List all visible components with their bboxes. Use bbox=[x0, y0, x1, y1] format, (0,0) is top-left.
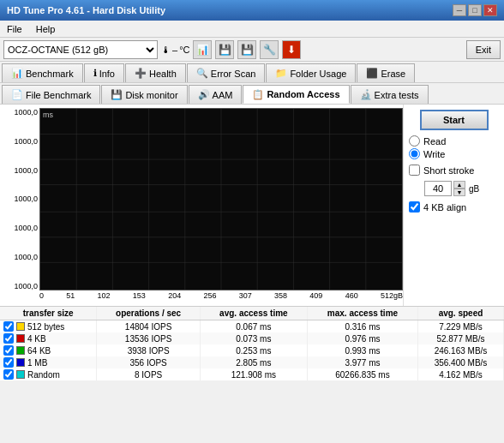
tab-benchmark[interactable]: 📊 Benchmark bbox=[2, 63, 83, 82]
write-radio[interactable] bbox=[409, 148, 420, 159]
row-random-speed: 4.162 MB/s bbox=[417, 368, 503, 380]
row-4kb-checkbox[interactable] bbox=[3, 333, 14, 344]
tab-erase[interactable]: ⬛ Erase bbox=[357, 63, 415, 82]
y-label-2: 1000,0 bbox=[14, 166, 38, 175]
chart-grid bbox=[40, 109, 402, 290]
row-4kb-label: 4 KB bbox=[0, 332, 97, 344]
tab-folder-usage[interactable]: 📁 Folder Usage bbox=[266, 63, 356, 82]
y-label-6: 1000,0 bbox=[14, 282, 38, 290]
row-random-color bbox=[16, 370, 25, 379]
col-avg-speed: avg. speed bbox=[417, 307, 503, 320]
x-label-1: 51 bbox=[66, 291, 75, 300]
row-4kb-speed: 52.877 MB/s bbox=[417, 332, 503, 344]
x-label-9: 460 bbox=[345, 291, 358, 300]
maximize-button[interactable]: □ bbox=[468, 4, 482, 16]
write-radio-label[interactable]: Write bbox=[409, 148, 499, 159]
row-random-avg: 121.908 ms bbox=[200, 368, 307, 380]
x-axis: 0 51 102 153 204 256 307 358 409 460 512… bbox=[39, 290, 403, 300]
stroke-input-group: ▲ ▼ gB bbox=[424, 181, 499, 196]
stroke-unit: gB bbox=[469, 184, 479, 194]
close-button[interactable]: ✕ bbox=[483, 4, 497, 16]
table-row: 64 KB 3938 IOPS 0.253 ms 0.993 ms 246.16… bbox=[0, 344, 504, 356]
icon-btn-2[interactable]: 💾 bbox=[215, 40, 234, 59]
menu-file[interactable]: File bbox=[3, 23, 26, 35]
start-button[interactable]: Start bbox=[420, 110, 489, 130]
short-stroke-text: Short stroke bbox=[423, 165, 474, 176]
random-access-icon: 📋 bbox=[252, 89, 264, 100]
icon-btn-1[interactable]: 📊 bbox=[193, 40, 212, 59]
row-64kb-label: 64 KB bbox=[0, 344, 97, 356]
tab-random-access[interactable]: 📋 Random Access bbox=[243, 85, 349, 104]
exit-button[interactable]: Exit bbox=[466, 40, 501, 59]
icon-btn-4[interactable]: 🔧 bbox=[260, 40, 279, 59]
x-label-3: 153 bbox=[133, 291, 146, 300]
row-1mb-avg: 2.805 ms bbox=[200, 356, 307, 368]
x-label-7: 358 bbox=[274, 291, 287, 300]
benchmark-icon: 📊 bbox=[11, 68, 23, 79]
read-radio[interactable] bbox=[409, 135, 420, 147]
x-label-10: 512gB bbox=[381, 291, 403, 300]
row-1mb-speed: 356.400 MB/s bbox=[417, 356, 503, 368]
tab-health[interactable]: ➕ Health bbox=[125, 63, 186, 82]
row-random-label: Random bbox=[0, 368, 97, 380]
app-title: HD Tune Pro 4.61 - Hard Disk Utility bbox=[7, 5, 165, 15]
y-label-5: 1000,0 bbox=[14, 253, 38, 261]
row-512b-avg: 0.067 ms bbox=[200, 320, 307, 333]
drive-selector[interactable]: OCZ-OCTANE (512 gB) bbox=[3, 40, 158, 59]
align-checkbox[interactable] bbox=[409, 201, 420, 213]
align-label[interactable]: 4 KB align bbox=[409, 201, 499, 213]
tab-extra-tests[interactable]: 🔬 Extra tests bbox=[351, 85, 429, 104]
row-random-max: 60266.835 ms bbox=[307, 368, 417, 380]
error-scan-icon: 🔍 bbox=[196, 68, 208, 79]
table-row: 4 KB 13536 IOPS 0.073 ms 0.976 ms 52.877… bbox=[0, 332, 504, 344]
file-benchmark-icon: 📄 bbox=[11, 89, 23, 100]
temp-dash: – bbox=[172, 45, 177, 55]
read-radio-label[interactable]: Read bbox=[409, 135, 499, 147]
menu-help[interactable]: Help bbox=[33, 23, 59, 35]
erase-icon: ⬛ bbox=[366, 68, 378, 79]
col-avg-access: avg. access time bbox=[200, 307, 307, 320]
tab-disk-monitor[interactable]: 💾 Disk monitor bbox=[101, 85, 187, 104]
row-512b-checkbox[interactable] bbox=[3, 321, 14, 332]
minimize-button[interactable]: ─ bbox=[453, 4, 466, 16]
extra-tests-icon: 🔬 bbox=[360, 89, 372, 100]
row-64kb-avg: 0.253 ms bbox=[200, 344, 307, 356]
health-icon: ➕ bbox=[135, 68, 147, 79]
tab-row-2: 📄 File Benchmark 💾 Disk monitor 🔊 AAM 📋 … bbox=[0, 83, 504, 105]
title-bar: HD Tune Pro 4.61 - Hard Disk Utility ─ □… bbox=[0, 0, 504, 21]
x-label-6: 307 bbox=[239, 291, 252, 300]
row-64kb-checkbox[interactable] bbox=[3, 345, 14, 356]
tab-aam[interactable]: 🔊 AAM bbox=[189, 85, 243, 104]
row-4kb-avg: 0.073 ms bbox=[200, 332, 307, 344]
write-label: Write bbox=[423, 149, 445, 159]
icon-btn-5[interactable]: ⬇ bbox=[282, 40, 301, 59]
row-4kb-color bbox=[16, 334, 25, 343]
stroke-down-button[interactable]: ▼ bbox=[453, 189, 465, 196]
stroke-spinners: ▲ ▼ bbox=[453, 181, 465, 196]
tab-file-benchmark[interactable]: 📄 File Benchmark bbox=[2, 85, 100, 104]
row-1mb-checkbox[interactable] bbox=[3, 357, 14, 368]
temp-unit: °C bbox=[179, 45, 189, 55]
stroke-up-button[interactable]: ▲ bbox=[453, 181, 465, 189]
chart-canvas: ms bbox=[39, 108, 403, 290]
row-64kb-speed: 246.163 MB/s bbox=[417, 344, 503, 356]
row-4kb-ops: 13536 IOPS bbox=[97, 332, 200, 344]
short-stroke-checkbox[interactable] bbox=[409, 165, 420, 176]
row-64kb-max: 0.993 ms bbox=[307, 344, 417, 356]
tab-info[interactable]: ℹ Info bbox=[84, 63, 124, 82]
y-axis: 1000,0 1000,0 1000,0 1000,0 1000,0 1000,… bbox=[3, 108, 39, 306]
col-ops: operations / sec bbox=[97, 307, 200, 320]
icon-btn-3[interactable]: 💾 bbox=[237, 40, 256, 59]
col-max-access: max. access time bbox=[307, 307, 417, 320]
short-stroke-label[interactable]: Short stroke bbox=[409, 165, 499, 176]
row-1mb-ops: 356 IOPS bbox=[97, 356, 200, 368]
results-table-container: transfer size operations / sec avg. acce… bbox=[0, 306, 504, 380]
tab-error-scan[interactable]: 🔍 Error Scan bbox=[187, 63, 266, 82]
row-512b-speed: 7.229 MB/s bbox=[417, 320, 503, 333]
row-random-checkbox[interactable] bbox=[3, 369, 14, 380]
row-512b-label: 512 bytes bbox=[0, 320, 97, 333]
stroke-value-input[interactable] bbox=[424, 181, 452, 196]
row-512b-color bbox=[16, 322, 25, 331]
x-label-8: 409 bbox=[309, 291, 322, 300]
row-1mb-label: 1 MB bbox=[0, 356, 97, 368]
